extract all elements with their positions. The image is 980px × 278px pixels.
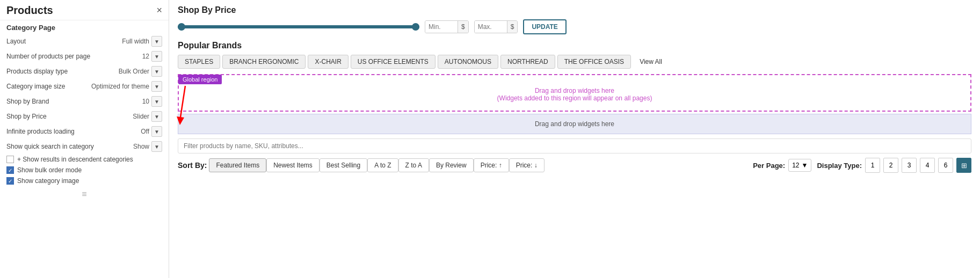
cat-image-value: Optimized for theme xyxy=(91,83,149,90)
bulk-order-label: Show bulk order mode xyxy=(17,166,82,174)
sort-featured[interactable]: Featured Items xyxy=(209,158,266,172)
global-region-inner: Drag and drop widgets here (Widgets adde… xyxy=(183,79,966,104)
display-1-col[interactable]: 1 xyxy=(865,158,880,173)
section-label: Category Page xyxy=(0,20,169,34)
cat-image-checkbox[interactable]: ✓ xyxy=(6,177,14,185)
descendent-cat-row: + Show results in descendent categories xyxy=(0,154,169,165)
global-region-area: Global region Drag and drop widgets here… xyxy=(178,74,971,112)
max-currency: $ xyxy=(507,21,518,33)
min-price-group: $ xyxy=(425,20,469,33)
brand-office-oasis[interactable]: THE OFFICE OASIS xyxy=(557,55,631,69)
quick-search-value: Show xyxy=(133,143,149,150)
display-type-group: Display Type: 1 2 3 4 6 ⊞ xyxy=(817,158,971,173)
shop-brand-row: Shop by Brand 10 ▼ xyxy=(0,94,169,109)
global-region-label: Global region xyxy=(178,75,222,84)
sort-bar-right: Per Page: 12 ▼ Display Type: 1 2 3 4 6 ⊞ xyxy=(753,158,971,173)
max-price-input[interactable] xyxy=(475,21,507,33)
sort-by-label: Sort By: xyxy=(178,161,207,170)
brand-branch-ergonomic[interactable]: BRANCH ERGONOMIC xyxy=(222,55,306,69)
left-panel-header: Products × xyxy=(0,0,169,20)
price-slider-track[interactable] xyxy=(178,25,419,28)
price-slider-row: $ $ UPDATE xyxy=(178,19,971,34)
shop-price-dropdown[interactable]: ▼ xyxy=(151,111,162,122)
sort-by-review[interactable]: By Review xyxy=(429,158,474,172)
shop-brand-label: Shop by Brand xyxy=(6,98,142,105)
per-page-group: Per Page: 12 ▼ xyxy=(753,159,811,172)
brand-x-chair[interactable]: X-CHAIR xyxy=(308,55,348,69)
layout-value: Full width xyxy=(122,38,149,45)
popular-brands-title: Popular Brands xyxy=(178,41,971,50)
sort-price-desc[interactable]: Price: ↓ xyxy=(509,158,545,172)
infinite-loading-row: Infinite products loading Off ▼ xyxy=(0,124,169,139)
infinite-loading-label: Infinite products loading xyxy=(6,128,141,135)
quick-search-dropdown[interactable]: ▼ xyxy=(151,141,162,152)
quick-search-row: Show quick search in category Show ▼ xyxy=(0,139,169,154)
slider-thumb-left[interactable] xyxy=(178,23,185,31)
shop-by-price-section: Shop By Price $ $ UPDATE xyxy=(178,5,971,34)
display-grid-btn[interactable]: ⊞ xyxy=(956,158,971,173)
infinite-loading-dropdown[interactable]: ▼ xyxy=(151,126,162,137)
shop-brand-value: 10 xyxy=(142,98,149,105)
min-price-input[interactable] xyxy=(425,21,458,33)
global-drag-subtext: (Widgets added to this region will appea… xyxy=(497,94,652,102)
cat-image-dropdown[interactable]: ▼ xyxy=(151,81,162,92)
per-page-select[interactable]: 12 ▼ xyxy=(788,159,811,172)
cat-image-row: ✓ Show category image xyxy=(0,175,169,186)
sort-row: Sort By: Featured Items Newest Items Bes… xyxy=(178,158,971,173)
display-2-col[interactable]: 2 xyxy=(883,158,898,173)
close-button[interactable]: × xyxy=(156,5,162,16)
brand-northread[interactable]: NORTHREAD xyxy=(500,55,555,69)
brand-us-office[interactable]: US OFFICE ELEMENTS xyxy=(351,55,435,69)
scroll-handle: ≡ xyxy=(0,186,169,202)
bulk-order-checkbox[interactable]: ✓ xyxy=(6,166,14,174)
bulk-order-row: ✓ Show bulk order mode xyxy=(0,165,169,175)
slider-fill xyxy=(178,25,419,28)
display-type-dropdown[interactable]: ▼ xyxy=(151,66,162,77)
per-page-label: Per Page: xyxy=(753,162,785,170)
right-panel: Shop By Price $ $ UPDATE Po xyxy=(169,0,980,278)
shop-by-price-title: Shop By Price xyxy=(178,5,971,15)
num-products-label: Number of products per page xyxy=(6,53,142,60)
slider-thumb-right[interactable] xyxy=(412,23,419,31)
display-type-label-right: Display Type: xyxy=(817,162,862,170)
infinite-loading-value: Off xyxy=(141,128,149,135)
sort-newest[interactable]: Newest Items xyxy=(266,158,320,172)
sort-a-to-z[interactable]: A to Z xyxy=(367,158,398,172)
per-page-value: 12 xyxy=(792,162,799,169)
drop-area: Drag and drop widgets here xyxy=(178,114,971,134)
display-type-label-left: Products display type xyxy=(6,68,119,75)
cat-image-label: Category image size xyxy=(6,83,91,90)
sort-z-to-a[interactable]: Z to A xyxy=(398,158,429,172)
brand-autonomous[interactable]: AUTONOMOUS xyxy=(438,55,498,69)
quick-search-label: Show quick search in category xyxy=(6,143,133,150)
sort-best-selling[interactable]: Best Selling xyxy=(320,158,367,172)
brand-staples[interactable]: STAPLES xyxy=(178,55,220,69)
display-4-col[interactable]: 4 xyxy=(920,158,935,173)
descendent-cat-label: + Show results in descendent categories xyxy=(17,156,133,163)
display-type-row: Products display type Bulk Order ▼ xyxy=(0,64,169,79)
per-page-chevron: ▼ xyxy=(802,162,808,169)
shop-brand-dropdown[interactable]: ▼ xyxy=(151,96,162,107)
num-products-row: Number of products per page 12 ▼ xyxy=(0,49,169,64)
filter-input[interactable] xyxy=(178,138,971,153)
update-button[interactable]: UPDATE xyxy=(523,19,566,34)
layout-row: Layout Full width ▼ xyxy=(0,34,169,49)
display-6-col[interactable]: 6 xyxy=(938,158,953,173)
layout-label: Layout xyxy=(6,38,122,45)
view-all-button[interactable]: View All xyxy=(633,55,669,69)
shop-price-value: Slider xyxy=(133,113,149,120)
panel-title: Products xyxy=(6,4,53,17)
num-products-dropdown[interactable]: ▼ xyxy=(151,51,162,62)
shop-price-row: Shop by Price Slider ▼ xyxy=(0,109,169,124)
descendent-cat-checkbox[interactable] xyxy=(6,156,14,163)
display-3-col[interactable]: 3 xyxy=(902,158,917,173)
left-panel: Products × Category Page Layout Full wid… xyxy=(0,0,169,278)
display-type-value: Bulk Order xyxy=(119,68,149,75)
max-price-group: $ xyxy=(474,20,518,33)
cat-image-size-row: Category image size Optimized for theme … xyxy=(0,79,169,94)
layout-dropdown[interactable]: ▼ xyxy=(151,36,162,47)
brands-list: STAPLES BRANCH ERGONOMIC X-CHAIR US OFFI… xyxy=(178,55,971,69)
shop-price-label: Shop by Price xyxy=(6,113,133,120)
popular-brands-section: Popular Brands STAPLES BRANCH ERGONOMIC … xyxy=(178,41,971,69)
sort-price-asc[interactable]: Price: ↑ xyxy=(474,158,509,172)
